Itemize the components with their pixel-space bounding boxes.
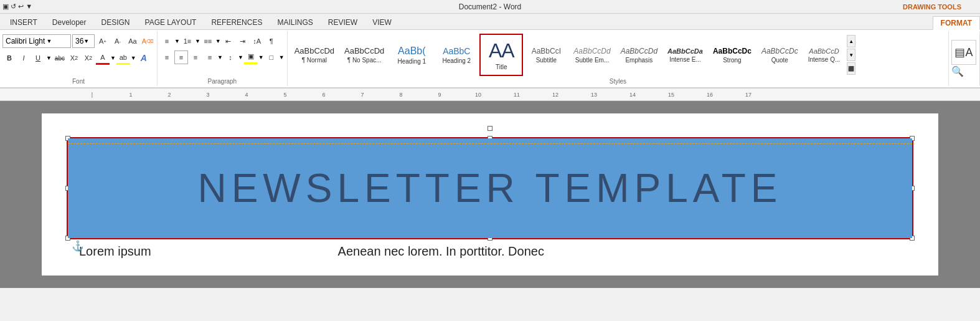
para-row1: ≡ ▼ 1≡ ▼ ≡≡ ▼ ⇤ ⇥ ↕A ¶: [160, 32, 285, 49]
justify-arrow[interactable]: ▼: [217, 54, 223, 60]
ruler-3: 3: [189, 92, 227, 98]
highlight-arrow[interactable]: ▼: [131, 55, 136, 61]
justify-button[interactable]: ≡: [203, 50, 217, 64]
paragraph-section: ≡ ▼ 1≡ ▼ ≡≡ ▼ ⇤ ⇥ ↕A ¶ ≡ ≡ ≡ ≡ ▼ ↕ ▼ ▣ ▼: [158, 31, 288, 86]
font-size-box[interactable]: 36 ▼: [72, 34, 95, 48]
align-left-button[interactable]: ≡: [160, 50, 174, 64]
highlight-button[interactable]: ab: [116, 51, 130, 65]
strikethrough-button[interactable]: abc: [53, 51, 67, 65]
borders-arrow[interactable]: ▼: [279, 54, 285, 60]
borders-button[interactable]: □: [265, 50, 278, 64]
orange-guide-line: [68, 143, 912, 144]
align-right-button[interactable]: ≡: [189, 50, 202, 64]
underline-arrow[interactable]: ▼: [46, 55, 52, 61]
tab-references[interactable]: REFERENCES: [204, 16, 270, 29]
style-subtitle[interactable]: AaBbCcI Subtitle: [524, 34, 568, 76]
style-subtitle-preview: AaBbCcI: [532, 47, 561, 55]
styles-row: AaBbCcDd ¶ Normal AaBbCcDd ¶ No Spac... …: [290, 32, 845, 77]
style-intense-q[interactable]: AaBbCcD Intense Q...: [804, 34, 845, 76]
tab-insert[interactable]: INSERT: [2, 16, 45, 29]
style-heading2-preview: AaBbC: [443, 46, 470, 56]
newsletter-title[interactable]: NEWSLETTER TEMPLATE: [197, 165, 782, 211]
styles-scroll-down[interactable]: ▼: [847, 49, 855, 61]
align-center-button[interactable]: ≡: [174, 50, 188, 64]
multilevel-arrow[interactable]: ▼: [215, 38, 221, 44]
text-effects-button[interactable]: A: [137, 51, 151, 65]
tab-design[interactable]: DESIGN: [94, 16, 138, 29]
line-spacing-button[interactable]: ↕: [224, 50, 237, 64]
style-title[interactable]: AA Title: [479, 34, 523, 76]
change-case-button[interactable]: Aa: [126, 34, 139, 48]
style-quote[interactable]: AaBbCcDc Quote: [757, 34, 803, 76]
decrease-font-button[interactable]: A-: [111, 34, 125, 48]
italic-button[interactable]: I: [17, 51, 31, 65]
increase-font-button[interactable]: A+: [96, 34, 110, 48]
style-subtle-em[interactable]: AaBbCcDd Subtle Em...: [569, 34, 615, 76]
ruler-6: 6: [304, 92, 343, 98]
style-intense-e-label: Intense E...: [669, 56, 701, 63]
font-section: Calibri Light ▼ 36 ▼ A+ A- Aa A⌫ B I U ▼…: [0, 31, 158, 86]
clear-formatting-button[interactable]: A⌫: [141, 34, 154, 48]
bullets-arrow[interactable]: ▼: [174, 38, 180, 44]
style-normal[interactable]: AaBbCcDd ¶ Normal: [290, 34, 339, 76]
bullets-button[interactable]: ≡: [160, 34, 174, 48]
find-button[interactable]: 🔍: [951, 65, 964, 77]
style-normal-preview: AaBbCcDd: [294, 46, 334, 55]
shading-arrow[interactable]: ▼: [258, 54, 264, 60]
tab-developer[interactable]: Developer: [45, 16, 94, 29]
style-emphasis[interactable]: AaBbCcDd Emphasis: [616, 34, 662, 76]
ruler-14: 14: [613, 92, 652, 98]
decrease-indent-button[interactable]: ⇤: [222, 34, 235, 48]
style-heading1[interactable]: AaBb( Heading 1: [390, 34, 433, 76]
numbering-arrow[interactable]: ▼: [195, 38, 200, 44]
increase-indent-button[interactable]: ⇥: [236, 34, 250, 48]
change-styles-button[interactable]: ▤A: [951, 40, 976, 65]
tab-format[interactable]: FORMAT: [933, 16, 980, 30]
ruler-10: 10: [459, 92, 497, 98]
style-no-space[interactable]: AaBbCcDd ¶ No Spac...: [340, 34, 389, 76]
underline-button[interactable]: U: [31, 51, 45, 65]
ruler-0: |: [73, 92, 111, 98]
superscript-button[interactable]: X2: [82, 51, 95, 65]
numbering-button[interactable]: 1≡: [181, 34, 194, 48]
ruler-13: 13: [575, 92, 613, 98]
style-strong[interactable]: AaBbCcDc Strong: [709, 34, 756, 76]
font-row1: Calibri Light ▼ 36 ▼ A+ A- Aa A⌫: [2, 32, 154, 49]
pilcrow-button[interactable]: ¶: [265, 34, 278, 48]
line-spacing-arrow[interactable]: ▼: [238, 54, 243, 60]
multilevel-button[interactable]: ≡≡: [201, 34, 215, 48]
style-heading1-label: Heading 1: [398, 58, 426, 65]
subscript-button[interactable]: X2: [67, 51, 81, 65]
font-color-button[interactable]: A: [96, 51, 110, 65]
style-title-label: Title: [496, 64, 507, 70]
style-emphasis-preview: AaBbCcDd: [621, 47, 657, 55]
anchor-icon: ⚓: [72, 240, 84, 252]
tab-view[interactable]: VIEW: [365, 16, 399, 29]
ruler-numbers: | 1 2 3 4 5 6 7 8 9 10 11 12 13 14 15 16…: [1, 92, 979, 98]
font-name-box[interactable]: Calibri Light ▼: [2, 34, 71, 48]
document-area: NEWSLETTER TEMPLATE ⚓ Lorem ipsum Aenean…: [0, 101, 980, 288]
bottom-text: Lorem ipsum Aenean nec lorem. In porttit…: [60, 239, 920, 259]
style-strong-label: Strong: [723, 57, 741, 64]
font-color-arrow[interactable]: ▼: [110, 55, 116, 61]
styles-scroll: ▲ ▼ ⬛: [847, 35, 855, 75]
style-title-preview: AA: [489, 39, 514, 62]
textbox-inner[interactable]: NEWSLETTER TEMPLATE: [68, 138, 912, 238]
tab-review[interactable]: REVIEW: [321, 16, 365, 29]
style-heading2[interactable]: AaBbC Heading 2: [435, 34, 478, 76]
styles-scroll-up[interactable]: ▲: [847, 35, 855, 47]
sort-button[interactable]: ↕A: [250, 34, 264, 48]
ruler-15: 15: [652, 92, 690, 98]
bold-button[interactable]: B: [2, 51, 16, 65]
style-intense-e[interactable]: AaBbCcDa Intense E...: [663, 34, 707, 76]
style-no-space-preview: AaBbCcDd: [344, 46, 384, 55]
ruler: | 1 2 3 4 5 6 7 8 9 10 11 12 13 14 15 16…: [0, 89, 980, 101]
style-intense-e-preview: AaBbCcDa: [667, 47, 703, 55]
tab-page-layout[interactable]: PAGE LAYOUT: [138, 16, 204, 29]
textbox-outer[interactable]: NEWSLETTER TEMPLATE: [67, 137, 913, 239]
styles-scroll-more[interactable]: ⬛: [847, 62, 855, 75]
quick-access[interactable]: ▣ ↺ ↩ ▼: [2, 2, 32, 11]
handle-top-center[interactable]: [488, 126, 492, 131]
shading-button[interactable]: ▣: [244, 50, 258, 64]
tab-mailings[interactable]: MAILINGS: [270, 16, 320, 29]
